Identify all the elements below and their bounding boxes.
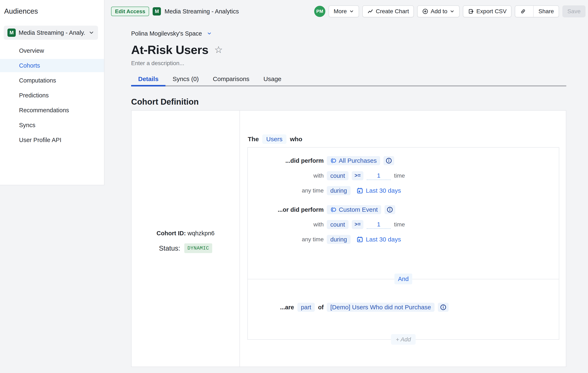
share-split-button: Share	[515, 5, 559, 17]
add-to-button[interactable]: Add to	[417, 5, 460, 17]
event-pill[interactable]: Custom Event	[327, 205, 381, 214]
tab-bar: Details Syncs (0) Comparisons Usage	[131, 72, 566, 86]
part-pill[interactable]: part	[297, 303, 315, 312]
info-icon[interactable]	[438, 303, 449, 312]
tab-details[interactable]: Details	[131, 72, 166, 85]
export-csv-button[interactable]: Export CSV	[463, 5, 512, 17]
info-icon[interactable]	[385, 205, 395, 214]
cohort-id-row: Cohort ID: wqhzkpn6	[132, 230, 240, 237]
add-to-label: Add to	[430, 8, 447, 15]
add-condition-button[interactable]: + Add	[391, 334, 416, 345]
chevron-down-icon	[450, 9, 455, 14]
event-icon	[330, 157, 336, 164]
date-range-label: Last 30 days	[366, 187, 401, 194]
event-icon	[330, 207, 336, 213]
condition-box: ...did perform All Purchases	[247, 147, 559, 340]
sidebar-item-user-profile-api[interactable]: User Profile API	[0, 133, 104, 147]
subject-pill[interactable]: Users	[262, 135, 286, 144]
who-label: who	[290, 136, 302, 143]
calendar-icon	[356, 236, 363, 243]
sidebar-item-overview[interactable]: Overview	[0, 44, 104, 57]
cohort-builder-panel: The Users who ...did perform All Purchas…	[240, 111, 566, 367]
time-label: time	[394, 172, 405, 179]
export-icon	[468, 8, 474, 14]
tab-syncs[interactable]: Syncs (0)	[166, 72, 206, 85]
project-name: Media Streaming - Analytics	[164, 8, 239, 15]
calendar-icon	[356, 187, 363, 194]
behavior-section: ...did perform All Purchases	[248, 148, 559, 279]
sidebar-nav: Overview Cohorts Computations Prediction…	[0, 44, 104, 148]
plus-circle-icon	[422, 8, 428, 14]
export-csv-label: Export CSV	[476, 8, 506, 15]
more-button[interactable]: More	[329, 5, 359, 17]
status-badge: DYNAMIC	[184, 243, 212, 253]
the-label: The	[248, 136, 259, 143]
workspace-selector[interactable]: M Media Streaming - Analy...	[4, 26, 98, 40]
share-button[interactable]: Share	[533, 6, 559, 17]
chevron-down-icon	[89, 30, 94, 36]
event-name: Custom Event	[339, 206, 378, 213]
chart-line-icon	[367, 8, 374, 14]
sidebar-item-predictions[interactable]: Predictions	[0, 89, 104, 102]
cohort-pill[interactable]: [Demo] Users Who did not Purchase	[327, 303, 435, 312]
sidebar-item-syncs[interactable]: Syncs	[0, 118, 104, 132]
and-connector[interactable]: And	[394, 274, 412, 284]
top-bar-left: Edit Access M Media Streaming - Analytic…	[111, 0, 239, 23]
sidebar-item-cohorts[interactable]: Cohorts	[0, 59, 104, 72]
of-label: of	[318, 304, 324, 311]
with-label: with	[313, 221, 324, 228]
during-pill[interactable]: during	[327, 186, 351, 195]
count-value-input[interactable]: 1	[367, 171, 391, 180]
sidebar-item-computations[interactable]: Computations	[0, 74, 104, 87]
save-button[interactable]: Save	[562, 5, 586, 17]
create-chart-label: Create Chart	[376, 8, 409, 15]
title-row: At-Risk Users ☆	[131, 43, 223, 56]
edit-access-badge[interactable]: Edit Access	[111, 7, 149, 16]
page-title[interactable]: At-Risk Users	[131, 43, 209, 57]
anytime-label: any time	[302, 187, 324, 194]
description-placeholder[interactable]: Enter a description...	[131, 60, 184, 67]
date-range-link[interactable]: Last 30 days	[356, 236, 401, 243]
copy-link-button[interactable]	[515, 6, 531, 17]
clause-prefix: ...or did perform	[278, 206, 324, 213]
project-badge: M	[153, 7, 161, 16]
create-chart-button[interactable]: Create Chart	[362, 5, 414, 17]
clause-prefix: ...did perform	[285, 157, 324, 164]
star-icon[interactable]: ☆	[214, 45, 223, 54]
count-pill[interactable]: count	[327, 220, 348, 229]
link-icon	[520, 8, 526, 14]
subject-row: The Users who	[248, 135, 302, 144]
top-bar: Edit Access M Media Streaming - Analytic…	[105, 0, 588, 23]
cohort-definition-card: Cohort ID: wqhzkpn6 Status: DYNAMIC The …	[131, 110, 566, 367]
operator-pill[interactable]: >=	[352, 220, 363, 229]
cohort-meta-panel: Cohort ID: wqhzkpn6 Status: DYNAMIC	[132, 111, 240, 367]
info-icon[interactable]	[383, 156, 394, 165]
during-pill[interactable]: during	[327, 235, 351, 244]
are-label: ...are	[280, 304, 294, 311]
with-label: with	[313, 172, 324, 179]
event-pill[interactable]: All Purchases	[327, 156, 380, 165]
more-label: More	[334, 8, 347, 15]
membership-section: And ...are part of [Demo] Users Who did …	[248, 279, 559, 339]
date-range-label: Last 30 days	[366, 236, 401, 243]
chevron-down-icon	[349, 9, 354, 14]
count-value-input[interactable]: 1	[367, 220, 391, 229]
tab-comparisons[interactable]: Comparisons	[206, 72, 256, 85]
event-name: All Purchases	[339, 157, 377, 164]
chevron-down-icon	[207, 31, 212, 36]
tab-usage[interactable]: Usage	[256, 72, 289, 85]
cohort-status-row: Status: DYNAMIC	[132, 243, 240, 253]
cohort-id-label: Cohort ID:	[157, 230, 186, 237]
count-pill[interactable]: count	[327, 171, 348, 180]
sidebar-title: Audiences	[4, 7, 38, 15]
cohort-id-value: wqhzkpn6	[188, 230, 215, 237]
sidebar-item-recommendations[interactable]: Recommendations	[0, 104, 104, 117]
operator-pill[interactable]: >=	[352, 171, 363, 180]
avatar[interactable]: PM	[314, 6, 325, 17]
top-bar-actions: PM More Create Chart Add to	[314, 0, 586, 23]
space-selector[interactable]: Polina Mogilevsky's Space	[131, 29, 212, 38]
workspace-name: Media Streaming - Analy...	[19, 29, 86, 36]
anytime-label: any time	[302, 236, 324, 243]
date-range-link[interactable]: Last 30 days	[356, 187, 401, 194]
workspace-badge: M	[7, 29, 16, 37]
